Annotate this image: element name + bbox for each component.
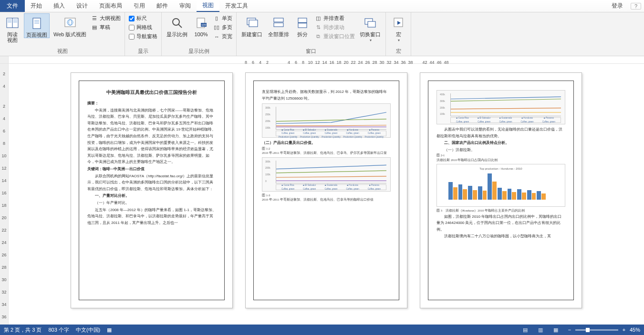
outline-label: 大纲视图 [100, 15, 121, 22]
zoom-track[interactable] [575, 329, 618, 331]
cap3a: 图 2-1 [436, 153, 565, 157]
outline-view-button[interactable]: ☰大纲视图 [90, 14, 122, 22]
multi-page-button[interactable]: ▯▯多页 [212, 23, 233, 31]
one-page-button[interactable]: ▯单页 [212, 14, 233, 22]
reset-pos-label: 重设窗口位置 [323, 33, 355, 40]
new-window-button[interactable]: 新建窗口 [239, 13, 264, 37]
one-page-icon: ▯ [213, 15, 220, 22]
sync-scroll-icon: ⇅ [315, 24, 322, 31]
bar-chart-title: Top production - Honduras - 2010 [439, 166, 563, 171]
reset-pos-button[interactable]: ⧉重设窗口位置 [314, 32, 356, 41]
doc-title: 中美洲咖啡豆具最优出口价值三国报告分析 [87, 88, 216, 96]
group-views: 阅读 视图 页面视图 Web 版式视图 ☰大纲视图 ▤草稿 视图 [0, 12, 125, 56]
read-mode-icon [5, 15, 20, 30]
tab-developer[interactable]: 开发工具 [219, 0, 254, 12]
switch-windows-button[interactable]: 切换窗口▾ [358, 13, 383, 42]
group-macros-label: 宏 [389, 47, 408, 56]
page-2: 直呈现增长上升趋势。据相关数据显示，到 2012 年，哥斯达黎加的咖啡年平均产量… [245, 72, 407, 308]
zoom-in-button[interactable]: + [621, 327, 627, 333]
svg-rect-5 [13, 21, 17, 22]
group-show: 标尺 网格线 导航窗格 显示 [125, 12, 162, 56]
cap2b: 2010 年-2011 年哥斯达黎加、洪都拉斯、危地马拉、巴拿马等的咖啡出口价值 [262, 198, 391, 202]
print-layout-icon [29, 16, 44, 31]
zoom-slider[interactable]: − + 45% [567, 327, 640, 333]
file-menu[interactable]: 文件 [0, 0, 25, 12]
tab-design[interactable]: 设计 [71, 0, 93, 12]
switch-windows-icon [363, 15, 378, 30]
p1-para2: 从联合国机构的网站FAOSTA（http://faostat.fao.org/）… [87, 173, 216, 193]
tab-layout[interactable]: 页面布局 [93, 0, 128, 12]
page-width-button[interactable]: ↔页宽 [212, 32, 233, 41]
macros-button[interactable]: 宏▾ [389, 13, 408, 42]
zoom-value[interactable]: 45% [630, 327, 640, 333]
tab-review[interactable]: 审阅 [174, 0, 197, 12]
gridlines-checkbox[interactable]: 网格线 [128, 23, 158, 31]
svg-rect-7 [34, 20, 39, 21]
print-layout-button[interactable]: 页面视图 [24, 13, 50, 38]
ribbon: 阅读 视图 页面视图 Web 版式视图 ☰大纲视图 ▤草稿 视图 标尺 网格线 … [0, 12, 644, 56]
abstract-label: 摘要： [87, 100, 216, 107]
status-bar: 第 2 页，共 3 页 803 个字 中文(中国) ▦ ▤ ▥ ▦ − + 45… [0, 325, 644, 335]
status-page[interactable]: 第 2 页，共 3 页 [4, 326, 42, 334]
split-button[interactable]: 拆分 [293, 13, 312, 37]
view-read-icon[interactable]: ▤ [521, 326, 530, 333]
tab-references[interactable]: 引用 [128, 0, 151, 12]
macros-label: 宏 [396, 31, 401, 37]
tab-view[interactable]: 视图 [197, 0, 219, 12]
document-canvas[interactable]: 中美洲咖啡豆具最优出口价值三国报告分析 摘要： 中美洲，连接南美洲与北美洲的陆桥… [9, 64, 644, 325]
svg-rect-25 [368, 21, 375, 27]
workspace: 2424681012141618202224262830323436384042… [0, 64, 644, 325]
read-mode-button[interactable]: 阅读 视图 [3, 13, 22, 43]
ruler-vertical[interactable]: 2424681012141618202224262830323436384042… [0, 64, 9, 325]
zoom-button[interactable]: 显示比例 [165, 13, 189, 37]
multi-page-label: 多页 [222, 24, 232, 31]
svg-rect-9 [34, 23, 39, 24]
navpane-checkbox[interactable]: 导航窗格 [128, 32, 158, 41]
tab-insert[interactable]: 插入 [48, 0, 71, 12]
zoom-out-button[interactable]: − [567, 327, 572, 333]
sync-scroll-label: 同步滚动 [323, 24, 344, 31]
tab-home[interactable]: 开始 [25, 0, 48, 12]
status-lang[interactable]: 中文(中国) [76, 326, 100, 334]
zoom-100-label: 100% [194, 31, 208, 37]
help-icon[interactable]: ? [631, 3, 641, 10]
draft-view-button[interactable]: ▤草稿 [90, 23, 122, 31]
sync-scroll-button[interactable]: ⇅同步滚动 [314, 23, 356, 31]
svg-line-14 [178, 24, 182, 28]
reset-pos-icon: ⧉ [315, 33, 322, 40]
one-page-label: 单页 [222, 15, 232, 22]
side-by-side-icon: ◫ [315, 15, 322, 22]
view-web-icon[interactable]: ▦ [551, 326, 560, 333]
status-words[interactable]: 803 个字 [48, 326, 69, 334]
web-layout-button[interactable]: Web 版式视图 [52, 13, 88, 37]
web-layout-label: Web 版式视图 [53, 31, 86, 37]
ruler-checkbox[interactable]: 标尺 [128, 14, 158, 22]
svg-rect-2 [8, 20, 11, 20]
p1-sec1: 一、产量对比分析。 [87, 193, 216, 199]
menu-bar: 文件 开始 插入 设计 页面布局 引用 邮件 审阅 视图 开发工具 登录 ? [0, 0, 644, 12]
arrange-all-icon [271, 15, 286, 30]
svg-rect-8 [34, 21, 39, 22]
navpane-label: 导航窗格 [136, 33, 157, 40]
view-print-icon[interactable]: ▥ [536, 326, 545, 333]
chart-2: 300k200k100k0 ■ Costa RicaCoffee, green■… [262, 157, 391, 192]
arrange-all-button[interactable]: 全部重排 [266, 13, 291, 37]
ruler-horizontal[interactable]: 8642468101214161820222426283032343638424… [0, 56, 644, 64]
group-zoom: 显示比例 100 100% ▯单页 ▯▯多页 ↔页宽 显示比例 [162, 12, 237, 56]
svg-rect-20 [274, 18, 283, 22]
zoom-thumb[interactable] [586, 328, 590, 332]
side-by-side-label: 并排查看 [323, 15, 344, 22]
tab-mailings[interactable]: 邮件 [151, 0, 174, 12]
zoom-100-icon: 100 [193, 15, 208, 30]
cap3b: 洪都拉斯 2010 年咖啡出口占国内出口比例 [436, 158, 565, 162]
p1-para1: 中美洲，连接南美洲与北美洲的陆桥，七个国家——哥斯达黎加、危地马拉、洪都拉斯、巴… [87, 107, 216, 165]
status-macro-icon[interactable]: ▦ [107, 327, 112, 333]
svg-rect-21 [274, 23, 283, 27]
multi-page-icon: ▯▯ [213, 24, 220, 31]
side-by-side-button[interactable]: ◫并排查看 [314, 14, 356, 22]
sign-in[interactable]: 登录 [607, 2, 628, 10]
page-3: 400k300k200k100k ■ Costa RicaCoffee, gre… [420, 72, 582, 308]
web-layout-icon [62, 15, 78, 30]
zoom-100-button[interactable]: 100 100% [191, 13, 210, 37]
cap2a: 图 1-3 [262, 193, 391, 197]
